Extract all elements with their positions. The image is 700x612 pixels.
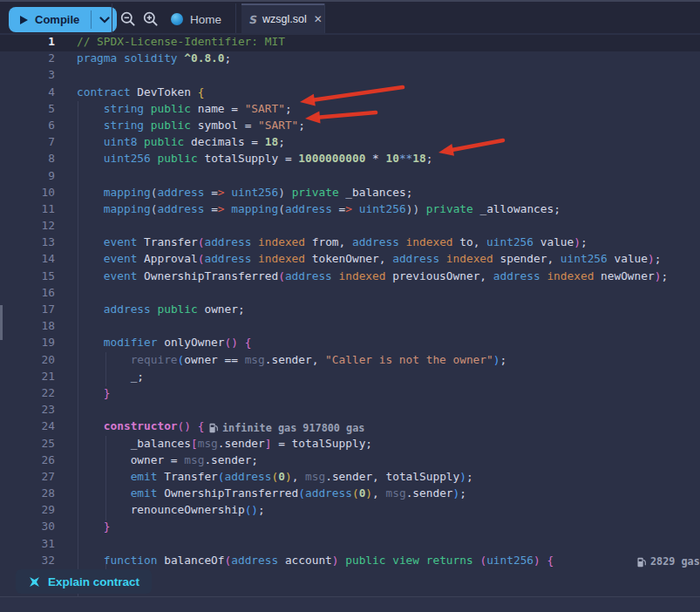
left-scrollbar-thumb[interactable] (0, 305, 3, 340)
code-token: 1000000000 (298, 152, 365, 165)
explain-contract-button[interactable]: Explain contract (16, 569, 152, 594)
line-number: 23 (0, 403, 55, 419)
code-text: emit Transfer(address(0), msg.sender, to… (77, 470, 473, 483)
code-line[interactable]: 29 renounceOwnership(); (0, 503, 700, 520)
code-token: .sender (218, 437, 265, 450)
code-token: ; (459, 486, 466, 500)
line-number: 5 (0, 102, 55, 119)
code-line[interactable]: 9 (0, 169, 700, 186)
code-token (251, 235, 258, 248)
code-token: owner; (198, 303, 245, 316)
code-line[interactable]: 12 (0, 219, 700, 235)
code-token: indexed (339, 269, 386, 282)
line-number: 6 (0, 119, 55, 135)
code-line[interactable]: 25 _balances[msg.sender] = totalSupply; (0, 437, 700, 453)
code-token: ; (466, 470, 473, 483)
code-token (77, 303, 104, 316)
code-line[interactable]: 26 owner = msg.sender; (0, 453, 700, 470)
code-token: 18 (265, 135, 278, 148)
code-line[interactable]: 5 string public name = "SART"; (0, 102, 700, 119)
sparkle-pinwheel-icon (28, 575, 41, 588)
code-line[interactable]: 24 constructor() {infinite gas 917800 ga… (0, 419, 700, 436)
code-text: renounceOwnership(); (77, 503, 265, 516)
code-token: uint256 (104, 152, 151, 165)
compile-dropdown-button[interactable] (92, 7, 117, 32)
close-tab-icon[interactable]: ✕ (314, 13, 323, 25)
code-line[interactable]: 11 mapping(address => mapping(address =>… (0, 202, 700, 219)
code-line[interactable]: 32 function balanceOf(address account) p… (0, 554, 700, 570)
code-token (77, 135, 104, 148)
code-token: DevToken (131, 85, 198, 99)
code-line[interactable]: 14 event Approval(address indexed tokenO… (0, 252, 700, 269)
line-number: 15 (0, 269, 55, 286)
code-token: ) (648, 252, 655, 265)
code-token (77, 470, 131, 483)
code-token: ) (574, 235, 581, 248)
code-token: .sender (406, 486, 453, 500)
tabbar-separator (235, 3, 236, 35)
tab-wzsgl-sol[interactable]: S wzsgl.sol ✕ (241, 3, 324, 33)
code-line[interactable]: 8 uint256 public totalSupply = 100000000… (0, 152, 700, 168)
code-line[interactable]: 27 emit Transfer(address(0), msg.sender,… (0, 470, 700, 486)
code-token: view (392, 554, 419, 567)
code-token: ; (278, 135, 285, 148)
code-line[interactable]: 13 event Transfer(address indexed from, … (0, 235, 700, 252)
line-number: 20 (0, 353, 55, 370)
code-token: } (104, 386, 111, 399)
code-line[interactable]: 23 (0, 403, 700, 419)
code-token: () (245, 503, 258, 516)
code-line[interactable]: 6 string public symbol = "SART"; (0, 119, 700, 135)
code-token: "Caller is not the owner" (325, 353, 493, 366)
code-line[interactable]: 22 } (0, 386, 700, 403)
zoom-in-button[interactable] (141, 10, 160, 29)
code-text: function balanceOf(address account) publ… (77, 554, 554, 567)
code-token: emit (131, 470, 158, 483)
code-token: ; (655, 252, 662, 265)
code-text: } (77, 520, 111, 533)
code-line[interactable]: 21 _; (0, 370, 700, 386)
code-line[interactable]: 3 (0, 68, 700, 85)
code-token: msg (184, 453, 204, 466)
code-editor[interactable]: 1// SPDX-License-Identifier: MIT2pragma … (0, 33, 700, 596)
code-line[interactable]: 17 address public owner; (0, 303, 700, 319)
code-token: uint256 (359, 202, 406, 215)
compile-split-button[interactable]: Compile (9, 7, 117, 32)
code-text: uint8 public decimals = 18; (77, 135, 285, 148)
code-line[interactable]: 31 (0, 537, 700, 554)
code-line[interactable]: 2pragma solidity ^0.8.0; (0, 51, 700, 68)
code-token: = (204, 186, 217, 199)
code-text: uint256 public totalSupply = 1000000000 … (77, 152, 432, 165)
code-line[interactable]: 7 uint8 public decimals = 18; (0, 135, 700, 152)
code-token (419, 554, 426, 567)
code-line[interactable]: 18 (0, 319, 700, 336)
compile-button-label: Compile (35, 13, 79, 26)
compile-button[interactable]: Compile (9, 7, 91, 32)
code-token: { (547, 554, 554, 567)
zoom-out-button[interactable] (119, 10, 138, 29)
code-token: public (151, 119, 191, 132)
code-line[interactable]: 4contract DevToken { (0, 85, 700, 102)
zoom-in-icon (142, 10, 160, 28)
code-token: decimals = (184, 135, 264, 148)
code-line[interactable]: 19 modifier onlyOwner() { (0, 336, 700, 352)
code-token: _balances (77, 437, 191, 450)
code-line[interactable]: 10 mapping(address => uint256) private _… (0, 186, 700, 202)
code-token (144, 119, 151, 132)
code-text: _; (77, 370, 144, 383)
code-line[interactable]: 16 (0, 286, 700, 303)
code-token: // SPDX-License-Identifier: MIT (77, 35, 285, 48)
code-token: mapping (231, 202, 278, 215)
line-number: 27 (0, 470, 55, 486)
code-token (285, 186, 292, 199)
code-token: msg (386, 486, 406, 500)
line-number: 31 (0, 537, 55, 554)
code-line[interactable]: 15 event OwnershipTransferred(address in… (0, 269, 700, 286)
line-number: 9 (0, 169, 55, 186)
tab-home[interactable]: Home (164, 3, 228, 35)
code-token (144, 102, 151, 115)
code-line[interactable]: 1// SPDX-License-Identifier: MIT (0, 35, 700, 51)
code-line[interactable]: 30 } (0, 520, 700, 536)
code-line[interactable]: 28 emit OwnershipTransferred(address(0),… (0, 486, 700, 503)
line-number: 25 (0, 437, 55, 453)
code-line[interactable]: 20 require(owner == msg.sender, "Caller … (0, 353, 700, 370)
